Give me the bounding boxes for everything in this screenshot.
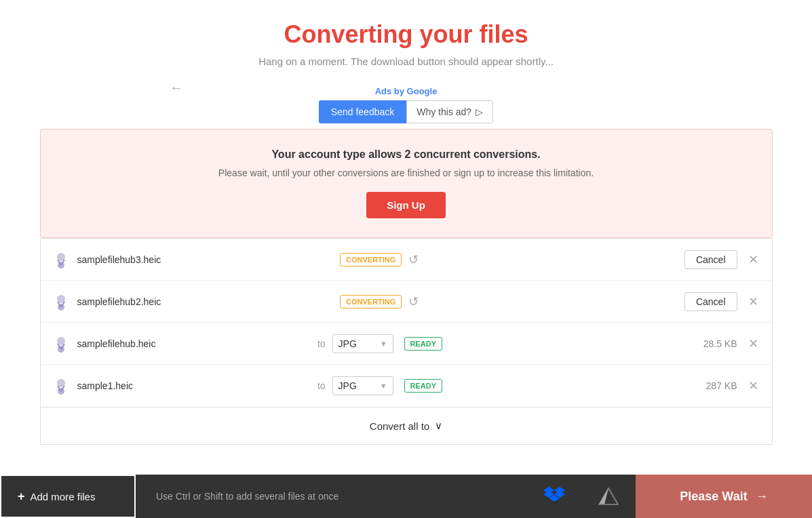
table-row: sample1.heictoJPG▼READY287 KB✕ [41,365,772,407]
format-select[interactable]: JPG▼ [332,334,393,353]
file-icon [52,292,71,311]
format-value: JPG [339,338,357,349]
why-icon: ▷ [476,106,483,117]
table-row: samplefilehub2.heicCONVERTING↺Cancel✕ [41,281,772,323]
google-drive-button[interactable] [581,475,636,518]
convert-all-label: Convert all to [370,420,429,432]
file-name: samplefilehub3.heic [77,254,330,265]
why-this-ad-button[interactable]: Why this ad? ▷ [406,100,493,123]
chevron-down-icon: ▼ [380,382,387,390]
cancel-button[interactable]: Cancel [684,250,737,269]
file-icon [52,334,71,353]
svg-line-23 [608,488,618,504]
file-name: samplefilehub.heic [77,338,311,349]
format-value: JPG [339,380,357,391]
to-label: to [317,338,326,349]
status-badge: READY [404,337,443,351]
notice-title: Your account type allows 2 concurrent co… [54,148,758,161]
files-table: samplefilehub3.heicCONVERTING↺Cancel✕ sa… [40,238,773,407]
notice-box: Your account type allows 2 concurrent co… [40,129,773,238]
add-files-label: Add more files [31,491,96,502]
file-size: 28.5 KB [690,338,737,349]
page-title: Converting your files [14,20,798,49]
to-label: to [317,380,326,391]
back-arrow[interactable]: ← [170,80,183,96]
plus-icon: + [18,490,25,504]
notice-text: Please wait, until your other conversion… [54,167,758,178]
spinner-icon: ↺ [408,252,419,267]
cancel-button[interactable]: Cancel [684,292,737,311]
format-select[interactable]: JPG▼ [332,376,393,395]
file-icon [52,376,71,395]
table-row: samplefilehub3.heicCONVERTING↺Cancel✕ [41,239,772,281]
ads-label: Ads by Google [0,86,812,96]
arrow-right-icon: → [756,490,768,504]
convert-all-row[interactable]: Convert all to ∨ [40,407,773,445]
file-size: 287 KB [690,380,737,391]
remove-file-button[interactable]: ✕ [746,376,761,396]
hint-text: Use Ctrl or Shift to add several files a… [136,491,527,502]
signup-button[interactable]: Sign Up [366,192,446,218]
status-badge: CONVERTING [340,295,402,308]
status-badge: CONVERTING [340,253,402,266]
dropbox-button[interactable] [527,475,581,518]
please-wait-button[interactable]: Please Wait → [636,475,812,518]
chevron-down-icon: ∨ [435,420,442,432]
table-row: samplefilehub.heictoJPG▼READY28.5 KB✕ [41,323,772,365]
dropbox-icon [543,487,565,506]
remove-file-button[interactable]: ✕ [746,334,761,354]
file-icon [52,250,71,269]
chevron-down-icon: ▼ [380,340,387,348]
remove-file-button[interactable]: ✕ [746,292,761,312]
please-wait-label: Please Wait [680,490,747,504]
add-files-button[interactable]: + Add more files [0,475,136,518]
file-name: samplefilehub2.heic [77,296,330,307]
file-name: sample1.heic [77,380,311,391]
send-feedback-button[interactable]: Send feedback [319,100,406,123]
status-badge: READY [404,379,443,393]
bottom-bar: + Add more files Use Ctrl or Shift to ad… [0,475,812,518]
spinner-icon: ↺ [408,294,419,309]
page-subtitle: Hang on a moment. The download button sh… [14,56,798,67]
remove-file-button[interactable]: ✕ [746,250,761,270]
google-drive-icon [598,487,619,506]
